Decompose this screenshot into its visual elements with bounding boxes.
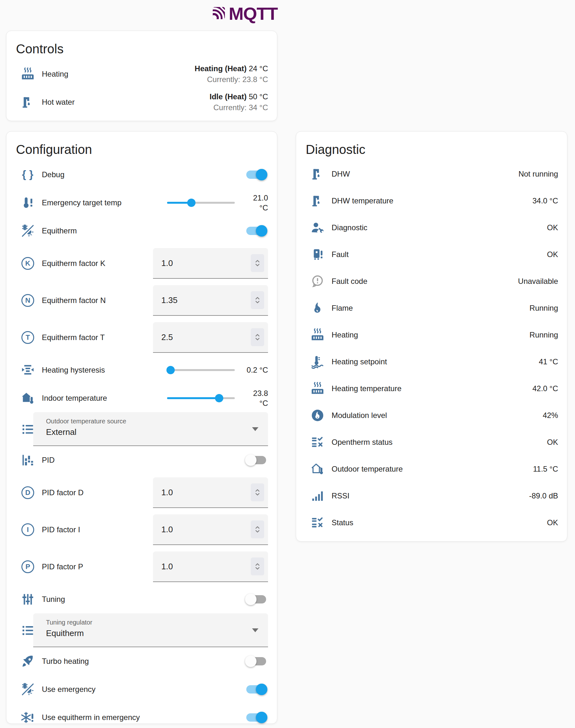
diag-row-fault[interactable]: Fault OK [305,241,558,268]
emergency-target-temp-slider[interactable] [167,198,235,207]
number-stepper[interactable] [251,557,264,575]
config-label: Turbo heating [42,657,89,666]
turbo-heating-toggle[interactable] [246,657,266,665]
list-icon [21,422,35,436]
config-row-equitherm: Equitherm [15,217,268,245]
heating-hysteresis-slider[interactable] [167,366,235,374]
alpha-n-circle-icon: N [21,293,35,307]
diag-row-status[interactable]: Status OK [305,509,558,536]
fire-circle-icon [310,408,325,423]
equitherm-factor-t-input[interactable]: 2.5 [153,322,268,353]
diag-row-heating-setpoint[interactable]: Heating setpoint 41 °C [305,348,558,375]
pid-factor-i-input[interactable]: 1.0 [153,514,268,545]
number-stepper[interactable] [251,328,264,346]
pid-factor-p-input[interactable]: 1.0 [153,551,268,582]
config-label: Equitherm [42,226,77,235]
list-icon [21,623,35,637]
diag-value: Running [530,330,558,339]
config-row-emergency-target-temp: Emergency target temp 21.0 °C [15,189,268,217]
snowflake-alert-icon [21,711,35,725]
diag-label: Modulation level [332,411,387,420]
config-label: PID factor I [42,525,80,534]
alpha-p-circle-icon: P [21,560,35,574]
diag-row-dhw-temperature[interactable]: DHW temperature 34.0 °C [305,187,558,214]
sun-snowflake-icon [21,224,35,238]
mqtt-logo: MQTT [211,3,278,24]
pid-factor-d-input[interactable]: 1.0 [153,477,268,508]
diag-value: Unavailable [518,277,558,286]
mqtt-logo-icon [211,6,226,22]
list-status-icon [310,516,325,530]
config-label: Tuning [42,595,65,604]
indoor-temperature-slider[interactable] [167,394,235,402]
config-label: Indoor temperature [42,394,107,403]
dropdown-arrow-icon [252,427,259,431]
number-stepper[interactable] [251,520,264,538]
code-braces-icon [21,168,35,182]
select-label: Tuning regulator [46,619,246,626]
message-alert-icon [310,274,325,288]
climate-current-temp: Currently: 23.8 °C [195,74,268,85]
pid-toggle[interactable] [246,456,266,464]
diag-value: 34.0 °C [533,196,558,205]
diag-row-dhw[interactable]: DHW Not running [305,160,558,187]
config-label: PID [42,456,55,465]
alpha-i-circle-icon: I [21,523,35,537]
equitherm-toggle[interactable] [246,227,266,235]
number-value: 1.0 [161,524,173,535]
diag-row-heating-temperature[interactable]: Heating temperature 42.0 °C [305,375,558,402]
diag-label: Diagnostic [332,223,367,232]
alpha-k-circle-icon: K [21,256,35,270]
number-stepper[interactable] [251,483,264,501]
tuning-regulator-select[interactable]: Tuning regulator Equitherm [33,613,268,647]
list-status-icon [310,435,325,449]
number-stepper[interactable] [251,254,264,272]
config-label: Heating hysteresis [42,366,105,374]
diag-value: 11.5 °C [533,465,558,474]
slider-thumb[interactable] [215,394,223,402]
select-value: Equitherm [46,628,246,638]
water-boiler-icon [310,194,325,208]
slider-value: 23.8 °C [243,388,268,408]
outdoor-temperature-source-select[interactable]: Outdoor temperature source External [33,412,268,446]
number-stepper[interactable] [251,291,264,309]
diag-row-opentherm-status[interactable]: Opentherm status OK [305,429,558,456]
sun-snowflake-icon [21,682,35,696]
diag-row-flame[interactable]: Flame Running [305,295,558,322]
equitherm-factor-n-input[interactable]: 1.35 [153,285,268,316]
config-row-pid-factor-i: I PID factor I 1.0 [15,511,268,548]
config-row-equitherm-factor-k: K Equitherm factor K 1.0 [15,245,268,282]
use-equitherm-in-emergency-toggle[interactable] [246,713,266,722]
thermometer-water-icon [310,355,325,369]
climate-current-temp: Currently: 34 °C [209,102,268,113]
diag-label: Outdoor temperature [332,465,403,474]
configuration-card: Configuration Debug Emergency target tem… [6,131,277,724]
slider-thumb[interactable] [166,366,175,374]
config-row-use-equitherm-in-emergency: Use equitherm in emergency [15,703,268,728]
control-row-heating[interactable]: Heating Heating (Heat) 24 °C Currently: … [15,60,268,88]
diag-row-fault-code[interactable]: Fault code Unavailable [305,268,558,295]
diag-row-diagnostic[interactable]: Diagnostic OK [305,214,558,241]
config-label: Equitherm factor N [42,296,106,305]
debug-toggle[interactable] [246,171,266,179]
config-row-pid-factor-p: P PID factor P 1.0 [15,548,268,585]
equitherm-factor-k-input[interactable]: 1.0 [153,248,268,279]
slider-thumb[interactable] [187,198,196,207]
diag-row-modulation-level[interactable]: Modulation level 42% [305,402,558,429]
control-row-hot-water[interactable]: Hot water Idle (Heat) 50 °C Currently: 3… [15,88,268,116]
config-row-outdoor-temperature-source: Outdoor temperature source External [15,412,268,446]
config-row-use-emergency: Use emergency [15,675,268,703]
diag-row-heating[interactable]: Heating Running [305,322,558,348]
diag-label: Opentherm status [332,438,393,447]
diag-label: Fault code [332,277,367,286]
diag-value: -89.0 dB [529,492,558,500]
tuning-toggle[interactable] [246,595,266,604]
use-emergency-toggle[interactable] [246,685,266,693]
diag-row-outdoor-temperature[interactable]: Outdoor temperature 11.5 °C [305,456,558,482]
diag-value: Not running [518,170,558,179]
radiator-icon [310,381,325,396]
config-label: Use emergency [42,685,96,694]
diag-label: DHW [332,170,350,179]
configuration-title: Configuration [16,142,268,157]
diag-row-rssi[interactable]: RSSI -89.0 dB [305,482,558,509]
